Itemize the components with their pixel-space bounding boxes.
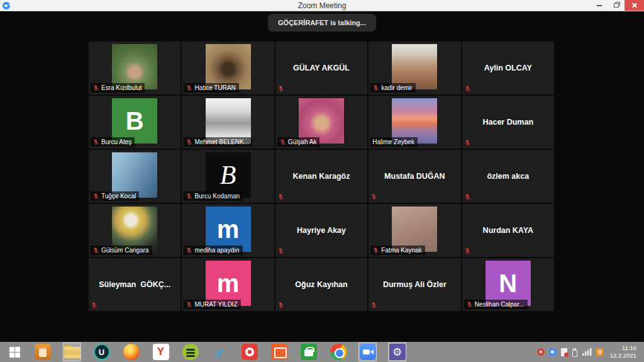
participant-tile[interactable]: Süleyman GÖKÇ... [89,258,180,311]
muted-mic-icon [372,84,379,92]
taskbar-zoomapp-button[interactable] [359,343,376,361]
muted-mic-icon [370,301,377,309]
participant-tile[interactable]: Gülşah Ak [275,96,367,149]
participant-name-label [277,193,284,201]
settings-glyph: ⚙ [389,344,406,360]
avatar-letter: N [499,271,517,296]
tray-power-icon[interactable] [572,348,578,356]
participant-name-label: Burcu Kodaman [184,191,243,201]
taskbar-gom-button[interactable] [241,343,258,361]
participant-name-label [277,301,284,309]
taskbar-settings-button[interactable]: ⚙ [389,343,406,361]
participant-tile[interactable]: Esra Kızılbulut [89,42,180,94]
participant-name-centered: Nurdan KAYA [462,204,554,257]
participant-tile[interactable]: B Burcu Kodaman [182,150,274,203]
windows-logo-icon [9,347,20,358]
screen: Zoom Meeting GÖÇERİRAFET is talking... E… [0,0,644,362]
participant-name-label [91,301,97,309]
restore-icon [614,3,619,8]
tray-neterr-icon[interactable] [561,348,567,356]
tray-rec-icon[interactable] [537,348,545,356]
participant-tile[interactable]: Oğuz Kayıhan [275,258,367,311]
participant-tile[interactable]: Halime Zeybek [369,96,460,149]
participant-name-centered: Durmuş Ali Özler [369,258,460,311]
taskbar: UYe⚙ 11:16 12.2.2021 [0,342,644,362]
participant-tile[interactable]: Hayriye Akay [275,204,367,257]
muted-mic-icon [277,84,284,93]
notes-icon [35,344,51,360]
close-button[interactable] [625,0,644,11]
participant-tile[interactable]: Tuğçe Kocal [89,150,180,203]
taskbar-explorer-button[interactable] [64,343,80,361]
clock-time: 11:16 [610,344,636,352]
participant-tile[interactable]: Hacer Duman [462,96,554,149]
ie-icon: e [212,344,228,360]
participant-tile[interactable]: Fatma Kaynak [369,204,460,257]
taskbar-store-button[interactable] [300,343,317,361]
participant-tile[interactable]: m mediha apaydın [182,204,274,257]
muted-mic-icon [92,192,99,200]
participant-tile[interactable]: Kenan Karagöz [275,150,367,203]
muted-mic-icon [186,192,192,200]
tray-signal-icon[interactable] [582,348,592,356]
taskbar-notes-button[interactable] [34,343,51,361]
participant-name-label: mediha apaydın [184,246,242,255]
minimize-icon [597,5,602,6]
participant-tile[interactable]: N Neslihan Calpar... [462,258,554,311]
participant-name-text: Esra Kızılbulut [101,84,142,92]
participant-tile[interactable]: Aylin OLCAY [462,42,554,94]
taskbar-photos-button[interactable] [270,343,287,361]
yandex-glyph: Y [153,344,169,360]
participant-name-label: Hatice TURAN [184,83,238,93]
avatar-letter: B [220,162,236,188]
participant-name-text: Halime Zeybek [372,138,414,146]
tray-zoom-icon[interactable] [549,348,557,356]
participant-name-centered: Oğuz Kayıhan [275,258,367,311]
participant-name-text: Hatice TURAN [194,84,235,92]
participant-name-text: Tuğçe Kocal [101,192,136,200]
participant-tile[interactable]: özlem akca [462,150,554,203]
muted-mic-icon [464,139,471,147]
participant-name-label [464,139,471,147]
taskbar-firefox-button[interactable] [123,343,140,361]
participant-tile[interactable]: m MURAT YILDIZ [182,258,274,311]
participant-tile[interactable]: GÜLAY AKGÜL [275,42,367,94]
iobit-glyph: U [95,345,109,359]
participant-name-centered: Süleyman GÖKÇ... [89,258,180,311]
tray-orange-icon[interactable] [596,348,604,356]
participant-tile[interactable]: Mustafa DUĞAN [369,150,460,203]
taskbar-clock[interactable]: 11:16 12.2.2021 [610,344,636,360]
participant-tile[interactable]: Durmuş Ali Özler [369,258,460,311]
participant-tile[interactable]: Gülsüm Cangara [89,204,180,257]
muted-mic-icon [91,301,97,309]
participant-name-text: Neslihan Calpar... [475,300,525,308]
participant-name-centered: Aylin OLCAY [462,42,554,94]
participant-name-label: Neslihan Calpar... [464,300,528,309]
participant-name-label [464,247,471,255]
taskbar-yandex-button[interactable]: Y [152,343,169,361]
participant-name-label [277,84,284,93]
participant-tile[interactable]: kadir demir [369,42,460,94]
taskbar-spotify-button[interactable] [182,343,199,361]
participant-name-label [370,301,377,309]
taskbar-ie-button[interactable]: e [211,343,228,361]
muted-mic-icon [464,193,471,201]
muted-mic-icon [92,138,99,146]
participant-tile[interactable]: Nurdan KAYA [462,204,554,257]
participant-tile[interactable]: B Burcu Ateş [89,96,180,149]
taskbar-chrome-button[interactable] [330,343,347,361]
taskbar-iobit-button[interactable]: U [93,343,110,361]
system-tray [537,348,604,356]
start-button[interactable] [0,342,29,362]
restore-button[interactable] [608,0,625,11]
muted-mic-icon [370,193,377,201]
minimize-button[interactable] [591,0,608,11]
participant-name-text: mediha apaydın [194,246,239,254]
clock-date: 12.2.2021 [610,352,636,359]
muted-mic-icon [464,247,471,255]
muted-mic-icon [277,247,284,255]
participant-tile[interactable]: Mehmet BELENK... [182,96,274,149]
muted-mic-icon [277,301,284,309]
muted-mic-icon [186,138,192,146]
participant-tile[interactable]: Hatice TURAN [182,42,274,94]
